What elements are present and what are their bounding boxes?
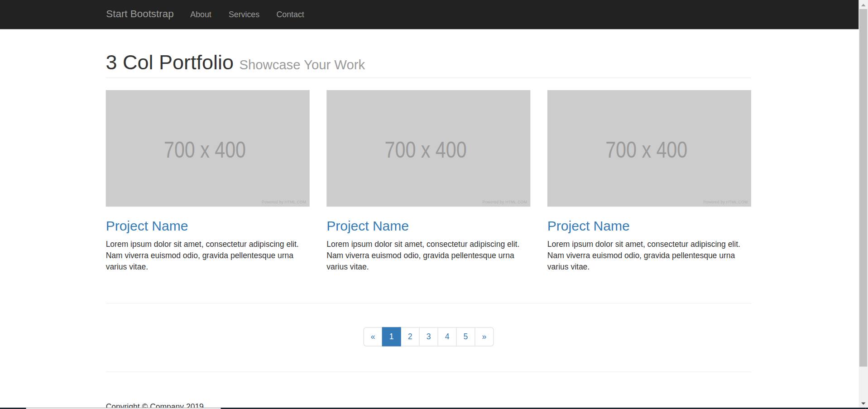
svg-text:700 x 400: 700 x 400	[164, 137, 246, 162]
svg-text:2: 2	[408, 332, 412, 341]
svg-text:varius vitae.: varius vitae.	[106, 262, 148, 271]
svg-text:3: 3	[427, 332, 431, 341]
svg-text:5: 5	[464, 332, 468, 341]
svg-text:Project Name: Project Name	[547, 218, 630, 233]
svg-text:»: »	[482, 332, 487, 341]
svg-text:4: 4	[445, 332, 450, 341]
svg-text:Lorem ipsum dolor sit amet, co: Lorem ipsum dolor sit amet, consectetur …	[547, 240, 740, 249]
svg-text:Lorem ipsum dolor sit amet, co: Lorem ipsum dolor sit amet, consectetur …	[106, 240, 299, 249]
svg-text:Project Name: Project Name	[106, 218, 188, 233]
svg-text:Project Name: Project Name	[326, 218, 409, 233]
svg-text:varius vitae.: varius vitae.	[547, 262, 590, 271]
svg-text:About: About	[190, 10, 211, 19]
svg-text:Contact: Contact	[277, 10, 304, 19]
svg-text:varius vitae.: varius vitae.	[326, 262, 369, 271]
svg-text:Nam viverra euismod odio, grav: Nam viverra euismod odio, gravida pellen…	[547, 251, 735, 260]
svg-text:Powered by HTML.COM: Powered by HTML.COM	[703, 200, 748, 204]
svg-text:Lorem ipsum dolor sit amet, co: Lorem ipsum dolor sit amet, consectetur …	[326, 240, 519, 249]
svg-text:Nam viverra euismod odio, grav: Nam viverra euismod odio, gravida pellen…	[106, 251, 294, 260]
svg-text:700 x 400: 700 x 400	[385, 137, 467, 162]
svg-text:Services: Services	[229, 10, 259, 19]
svg-text:Nam viverra euismod odio, grav: Nam viverra euismod odio, gravida pellen…	[326, 251, 514, 260]
svg-text:Start Bootstrap: Start Bootstrap	[106, 8, 173, 19]
svg-text:1: 1	[389, 332, 394, 341]
svg-text:Powered by HTML.COM: Powered by HTML.COM	[262, 200, 306, 204]
svg-text:700 x 400: 700 x 400	[605, 137, 687, 162]
svg-text:«: «	[371, 332, 375, 341]
svg-text:Powered by HTML.COM: Powered by HTML.COM	[483, 200, 527, 204]
